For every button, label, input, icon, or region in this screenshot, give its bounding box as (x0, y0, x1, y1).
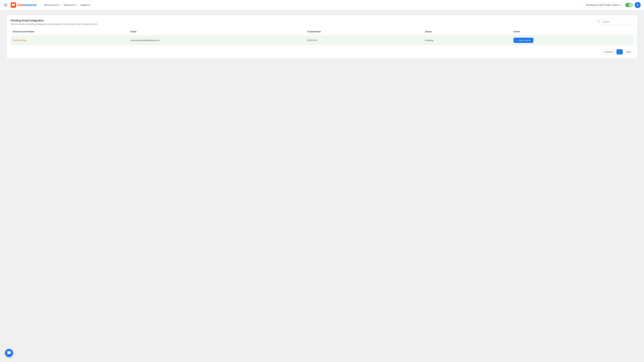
nav-links: Quick Access Resources Support (42, 3, 92, 7)
avatar[interactable]: B (634, 2, 641, 8)
svg-point-0 (598, 21, 600, 22)
previous-button[interactable]: Previous (602, 49, 616, 54)
page-1-button[interactable]: 1 (616, 49, 623, 54)
settings-toggle-knob (629, 3, 632, 6)
svg-line-1 (600, 22, 600, 22)
navbar-right: TechMaxima India Private Limited B (583, 2, 641, 8)
logo-chat: chat (17, 3, 24, 7)
support-chevron-icon (88, 3, 91, 6)
gear-icon (630, 4, 631, 6)
cell-email: dominicpizzabh@outlook.com (130, 39, 307, 41)
check-icon: ✓ (516, 39, 518, 41)
main-content: Pending Email Integration Here is the li… (0, 10, 644, 63)
logo-icon-svg (12, 3, 15, 7)
search-wrapper (596, 19, 633, 25)
logo-icon (11, 2, 16, 8)
nav-quick-access[interactable]: Quick Access (42, 3, 62, 7)
card-header-text: Pending Email Integration Here is the li… (11, 19, 98, 25)
col-header-email: Email (130, 30, 307, 33)
settings-toggle[interactable] (625, 3, 632, 7)
logo-text: chatmaxima (17, 3, 36, 7)
search-input[interactable] (596, 19, 633, 25)
hamburger-button[interactable] (3, 3, 8, 7)
chat-bubble-icon (7, 351, 11, 355)
cell-status: Pending (425, 39, 514, 41)
chat-bubble-button[interactable] (5, 349, 13, 357)
logo: chatmaxima (11, 2, 36, 8)
col-header-date: Created Date (307, 30, 425, 33)
quick-access-chevron-icon (58, 3, 60, 6)
verify-status-button[interactable]: ✓ Verify Status (514, 38, 533, 43)
company-name: TechMaxima India Private Limited (586, 4, 618, 6)
cell-date: 06:05 PM (307, 39, 425, 41)
company-selector[interactable]: TechMaxima India Private Limited (583, 2, 623, 7)
col-header-status: Status (425, 30, 514, 33)
nav-resources[interactable]: Resources (62, 3, 78, 7)
search-icon (598, 20, 600, 23)
col-header-name: Email Account Name (13, 30, 130, 33)
logo-maxima: maxima (24, 3, 36, 7)
resources-chevron-icon (74, 3, 77, 6)
pending-email-card: Pending Email Integration Here is the li… (7, 15, 637, 58)
table-header: Email Account Name Email Created Date St… (11, 29, 633, 35)
company-chevron-icon (619, 3, 621, 6)
pagination: Previous 1 Next (11, 49, 633, 54)
nav-support[interactable]: Support (79, 3, 92, 7)
email-table: Email Account Name Email Created Date St… (11, 29, 633, 45)
cell-action: ✓ Verify Status (514, 38, 631, 43)
col-header-action: Action (514, 30, 631, 33)
navbar: chatmaxima Quick Access Resources Suppor… (0, 0, 644, 10)
navbar-left: chatmaxima Quick Access Resources Suppor… (3, 2, 92, 8)
card-header: Pending Email Integration Here is the li… (11, 19, 633, 25)
next-button[interactable]: Next (624, 49, 633, 54)
card-subtitle: Here is the list of pending intergrated … (11, 23, 98, 25)
table-row: Dominic Pizza dominicpizzabh@outlook.com… (11, 35, 633, 45)
cell-name: Dominic Pizza (13, 39, 130, 41)
card-title: Pending Email Integration (11, 19, 98, 22)
